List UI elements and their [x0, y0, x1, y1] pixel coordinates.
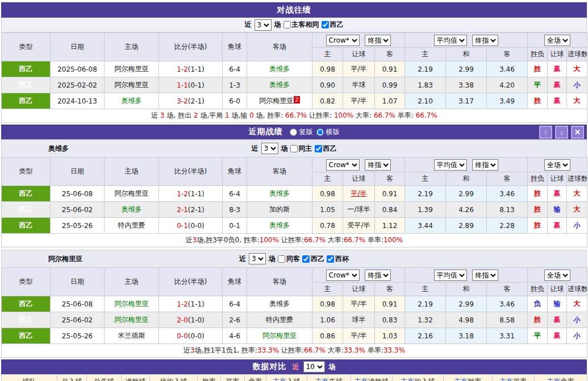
- summary-segment: 100%: [334, 111, 353, 119]
- match-row: 西乙25-06-08阿尔梅里亚1-2(1-1)6-4奥维多0.98平/半0.91…: [2, 296, 587, 312]
- team2-name: 阿尔梅里亚: [48, 254, 82, 264]
- away-team-name: 加的斯: [269, 205, 290, 213]
- compare-title: 数据对比: [253, 362, 287, 372]
- match-row: 西乙25-05-26特内里费0-1(0-0)0-1奥维多0.78受平/半1.12…: [2, 218, 587, 234]
- team2-league2-checkbox[interactable]: [327, 255, 334, 263]
- team1-name: 奥维多: [48, 144, 69, 154]
- result-scope-select[interactable]: 全场: [544, 270, 570, 281]
- compare-recent-count-select[interactable]: 10: [303, 361, 325, 372]
- odds-handicap: 平/半: [343, 61, 375, 77]
- home-team: 奥维多: [105, 93, 159, 109]
- odds-stage-select[interactable]: 终指: [365, 159, 391, 171]
- team1-league-checkbox[interactable]: [315, 145, 322, 152]
- avg-away: 4.20: [487, 77, 528, 93]
- summary-segment: 1: [225, 111, 230, 119]
- match-row: 西乙2025-02-02阿尔梅里亚1-1(0-1)1-3奥维多0.90半球0.9…: [2, 77, 587, 93]
- halftime-score: (2-1): [188, 206, 205, 214]
- horizontal-layout-radio-label[interactable]: 横版: [315, 127, 340, 137]
- corner-score: 6-4: [223, 296, 247, 312]
- move-down-button[interactable]: ↓: [555, 126, 568, 139]
- col-score: 比分(半场): [159, 33, 223, 61]
- odds-provider-select[interactable]: Crow*: [326, 35, 360, 46]
- result-handicap: 赢: [548, 218, 567, 234]
- result-goals: 小: [567, 218, 587, 234]
- summary-segment: 66.7%: [304, 236, 326, 244]
- avg-stage-select[interactable]: 终指: [472, 159, 498, 171]
- match-date: 2024-10-13: [51, 93, 105, 109]
- same-venue-checkbox-label[interactable]: 主客相同: [282, 20, 319, 30]
- team1-same-home-checkbox-label[interactable]: 同主: [289, 144, 312, 154]
- result-scope-select[interactable]: 全场: [544, 159, 570, 171]
- team2-league1-checkbox-label[interactable]: 西乙: [301, 254, 324, 264]
- match-header-row-groups: 类型 日期 主场 比分(半场) 角球 客场 Crow* 终指 平均值 终指 全场: [2, 158, 587, 172]
- col-result-goals: 进球数: [567, 172, 587, 186]
- team2-recent-count-select[interactable]: 3: [249, 253, 266, 264]
- home-team: 阿尔梅里亚: [105, 186, 159, 202]
- summary-segment: 66.7%: [344, 236, 365, 244]
- result-group-header: 全场: [528, 158, 587, 172]
- team1-table: 类型 日期 主场 比分(半场) 角球 客场 Crow* 终指 平均值 终指 全场…: [1, 157, 587, 247]
- result-group-header: 全场: [528, 268, 587, 283]
- avg-odds-select[interactable]: 平均值: [434, 35, 467, 46]
- odds-away: 0.84: [375, 202, 405, 218]
- header-prefix: 主客: [401, 378, 415, 381]
- corner-score: 6-4: [223, 61, 247, 77]
- avg-stage-select[interactable]: 终指: [472, 270, 498, 281]
- col-result-wl: 胜负: [528, 48, 548, 61]
- move-up-button[interactable]: ↑: [539, 126, 552, 139]
- team1-league-checkbox-label[interactable]: 西乙: [314, 144, 337, 154]
- same-venue-checkbox[interactable]: [283, 21, 291, 28]
- horizontal-layout-radio[interactable]: [316, 129, 324, 136]
- h2h-filter-row: 近 3 场 主客相同 西乙: [1, 18, 587, 32]
- col-odds-away: 客: [375, 48, 405, 61]
- team2-same-away-checkbox-label[interactable]: 同客: [277, 254, 300, 264]
- team1-table-body: 西乙25-06-08阿尔梅里亚1-2(1-1)6-4奥维多0.98平/半0.91…: [2, 186, 587, 234]
- result-outcome: 胜: [528, 186, 548, 202]
- col-date: 日期: [51, 158, 105, 186]
- avg-draw: 2.89: [446, 218, 487, 234]
- match-header-row-groups: 类型 日期 主场 比分(半场) 角球 客场 Crow* 终指 平均值 终指 全场: [2, 268, 587, 283]
- col-odds-handicap: 让球: [343, 48, 375, 61]
- avg-odds-select[interactable]: 平均值: [434, 270, 467, 281]
- h2h-league-checkbox[interactable]: [322, 21, 329, 28]
- odds-handicap: 平/半: [343, 186, 375, 202]
- compare-filter: 近 10 场: [293, 361, 336, 372]
- vertical-layout-radio[interactable]: [290, 129, 297, 136]
- avg-group-header: 平均值 终指: [405, 268, 528, 283]
- h2h-recent-count-select[interactable]: 3: [255, 19, 272, 31]
- summary-segment: 大率:: [326, 346, 344, 354]
- vertical-layout-radio-label[interactable]: 竖版: [289, 127, 313, 137]
- odds-provider-select[interactable]: Crow*: [326, 270, 360, 281]
- result-scope-select[interactable]: 全场: [544, 35, 570, 46]
- team2-league2-checkbox-label[interactable]: 西杯: [326, 254, 349, 264]
- summary-segment: 让胜率:: [279, 346, 304, 354]
- score: 0-1(0-0): [159, 218, 223, 234]
- odds-stage-select[interactable]: 终指: [365, 35, 391, 46]
- home-team: 阿尔梅里亚: [105, 312, 159, 328]
- layout-switch: 竖版 横版: [289, 127, 340, 137]
- header-prefix: 主客: [315, 378, 329, 381]
- score: 1-1(0-1): [159, 77, 223, 93]
- odds-stage-select[interactable]: 终指: [365, 270, 391, 281]
- team2-league1-checkbox[interactable]: [302, 255, 310, 263]
- summary-segment: 100%: [383, 236, 403, 244]
- avg-away: 3.46: [487, 186, 528, 202]
- team1-same-home-checkbox[interactable]: [290, 145, 298, 152]
- team2-filter: 近 3 场 同客 西乙 西杯: [2, 253, 586, 264]
- summary-segment: 单率:: [395, 111, 416, 119]
- avg-odds-select[interactable]: 平均值: [434, 159, 467, 171]
- avg-stage-select[interactable]: 终指: [472, 35, 498, 46]
- close-button[interactable]: ✕: [571, 126, 584, 139]
- col-type: 类型: [2, 33, 51, 61]
- team1-league-text: 西乙: [323, 144, 337, 154]
- team1-recent-count-select[interactable]: 3: [261, 143, 278, 154]
- compare-col-header: 主客净胜球: [351, 375, 393, 381]
- team2-same-away-checkbox[interactable]: [278, 255, 285, 263]
- compare-title-bar: 数据对比 近 10 场: [1, 359, 587, 374]
- compare-col-header: 主客平率: [493, 375, 535, 381]
- h2h-league-checkbox-label[interactable]: 西乙: [320, 20, 344, 30]
- header-prefix: 主客: [273, 378, 287, 381]
- odds-provider-select[interactable]: Crow*: [326, 159, 360, 171]
- games-label: 场: [274, 20, 281, 30]
- col-result-wl: 胜负: [528, 172, 548, 186]
